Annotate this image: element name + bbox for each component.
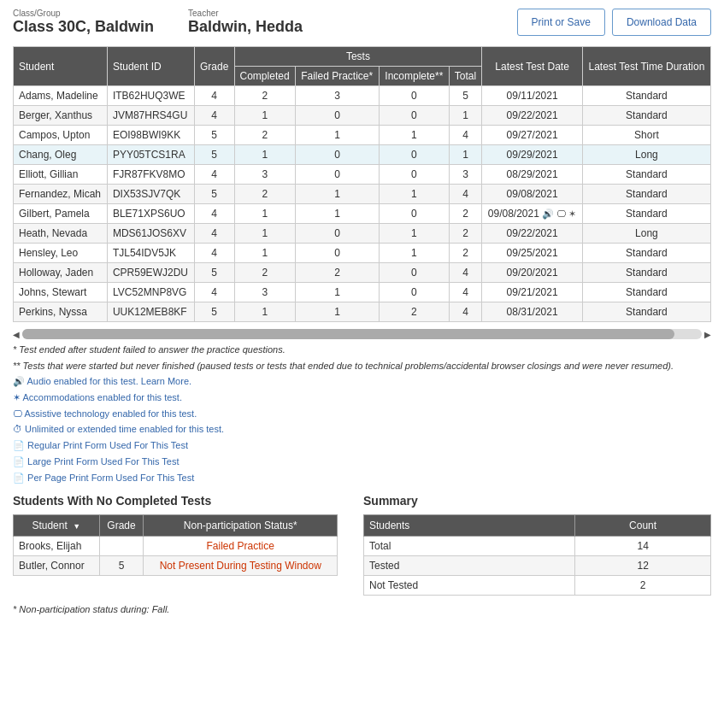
col-student-id: Student ID (107, 47, 194, 86)
sum-col-count: Count (575, 515, 711, 537)
header-actions: Print or Save Download Data (517, 9, 711, 36)
teacher-name: Baldwin, Hedda (188, 18, 303, 35)
table-row: Campos, UptonEOI98BWI9KK5211409/27/2021S… (14, 126, 711, 145)
note-audio: 🔊 Audio enabled for this test. Learn Mor… (13, 373, 711, 390)
download-data-button[interactable]: Download Data (612, 9, 711, 36)
sort-arrow-icon[interactable]: ▼ (73, 522, 80, 531)
list-item: Tested12 (364, 556, 711, 576)
table-row: Chang, OlegPYY05TCS1RA5100109/29/2021Lon… (14, 145, 711, 165)
list-item: Brooks, ElijahFailed Practice (14, 537, 338, 556)
table-row: Heath, NevadaMDS61JOS6XV4101209/22/2021L… (14, 224, 711, 244)
table-row: Gilbert, PamelaBLE71XPS6UO4110209/08/202… (14, 204, 711, 224)
summary-section: Summary Students Count Total14Tested12No… (363, 494, 711, 596)
scrollbar-thumb[interactable] (22, 329, 674, 339)
main-table-container: Student Student ID Grade Tests Latest Te… (13, 46, 711, 322)
summary-table: Students Count Total14Tested12Not Tested… (363, 514, 711, 596)
no-completed-title: Students With No Completed Tests (13, 494, 338, 508)
col-grade: Grade (194, 47, 234, 86)
note-2: ** Tests that were started but never fin… (13, 358, 711, 374)
table-row: Berger, XanthusJVM87HRS4GU4100109/22/202… (14, 106, 711, 126)
list-item: Total14 (364, 537, 711, 556)
col-latest-date: Latest Test Date (482, 47, 582, 86)
list-item: Not Tested2 (364, 576, 711, 596)
table-row: Adams, MadelineITB62HUQ3WE4230509/11/202… (14, 86, 711, 106)
header-info: Class/Group Class 30C, Baldwin Teacher B… (13, 9, 303, 36)
scroll-left-icon[interactable]: ◀ (13, 330, 20, 339)
no-completed-section: Students With No Completed Tests Student… (13, 494, 338, 596)
no-col-student: Student ▼ (14, 515, 100, 537)
table-row: Hensley, LeoTJL54IDV5JK4101209/25/2021St… (14, 244, 711, 263)
col-total: Total (449, 67, 482, 86)
note-accommodations: ✶ Accommodations enabled for this test. (13, 390, 711, 406)
scores-table: Student Student ID Grade Tests Latest Te… (13, 46, 711, 322)
class-group: Class/Group Class 30C, Baldwin (13, 9, 154, 36)
note-large-print: 📄 Large Print Form Used For This Test (13, 454, 711, 470)
note-assistive: 🖵 Assistive technology enabled for this … (13, 406, 711, 422)
col-latest-duration: Latest Test Time Duration (582, 47, 710, 86)
footer-note: * Non-participation status during: Fall. (13, 604, 711, 614)
scroll-right-icon[interactable]: ▶ (704, 330, 711, 339)
note-extended-time: ⏱ Unlimited or extended time enabled for… (13, 421, 711, 437)
col-tests-group: Tests (234, 47, 482, 67)
note-1: * Test ended after student failed to ans… (13, 342, 711, 358)
table-row: Elliott, GillianFJR87FKV8MO4300308/29/20… (14, 165, 711, 185)
no-col-grade: Grade (99, 515, 144, 537)
col-failed: Failed Practice* (296, 67, 380, 86)
sum-col-students: Students (364, 515, 575, 537)
page-header: Class/Group Class 30C, Baldwin Teacher B… (13, 9, 711, 36)
print-save-button[interactable]: Print or Save (517, 9, 605, 36)
no-col-status: Non-participation Status* (144, 515, 338, 537)
table-row: Johns, StewartLVC52MNP8VG4310409/21/2021… (14, 283, 711, 302)
teacher-group: Teacher Baldwin, Hedda (188, 9, 303, 36)
summary-title: Summary (363, 494, 711, 508)
notes-section: * Test ended after student failed to ans… (13, 342, 711, 485)
class-group-label: Class/Group (13, 9, 154, 18)
table-row: Perkins, NyssaUUK12MEB8KF5112408/31/2021… (14, 302, 711, 322)
list-item: Butler, Connor5Not Present During Testin… (14, 556, 338, 576)
note-regular-print: 📄 Regular Print Form Used For This Test (13, 437, 711, 454)
no-completed-table: Student ▼ Grade Non-participation Status… (13, 514, 338, 576)
table-row: Fernandez, MicahDIX53SJV7QK5211409/08/20… (14, 185, 711, 204)
col-incomplete: Incomplete** (379, 67, 449, 86)
col-completed: Completed (234, 67, 296, 86)
note-per-page-print: 📄 Per Page Print Form Used For This Test (13, 470, 711, 486)
table-row: Holloway, JadenCPR59EWJ2DU5220409/20/202… (14, 263, 711, 283)
class-name: Class 30C, Baldwin (13, 18, 154, 35)
footer-text: * Non-participation status during: Fall. (13, 604, 169, 614)
col-student: Student (14, 47, 108, 86)
learn-more-link[interactable]: Learn More. (141, 376, 191, 386)
teacher-label: Teacher (188, 9, 303, 18)
scrollbar-container[interactable]: ◀ ▶ (13, 329, 711, 339)
bottom-section: Students With No Completed Tests Student… (13, 494, 711, 596)
